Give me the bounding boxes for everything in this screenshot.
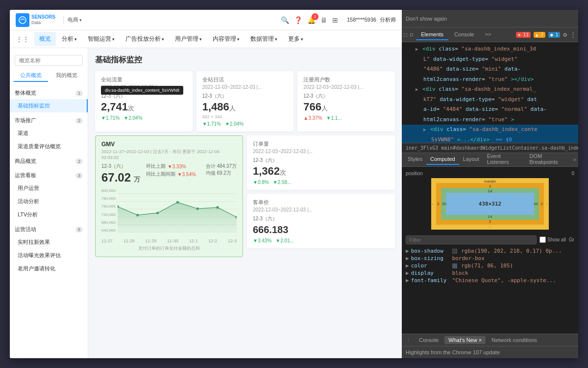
tab-layout[interactable]: Layout xyxy=(459,154,483,165)
grid-icon[interactable]: ⊞ xyxy=(332,16,338,24)
metric-dimension-label: 482 × 344 xyxy=(202,114,288,119)
nav-item-ads[interactable]: 广告投放分析 ▾ xyxy=(121,32,169,46)
devtools-status-icons: ⊗ 13 ▲ 7 ● 1 ⚙ ⋮ xyxy=(516,31,576,38)
sidebar-item-basic-metrics[interactable]: 基础指标监控 xyxy=(10,99,88,112)
section-label: 运营活动 xyxy=(15,226,36,233)
metric-compare-dau: ▼1.71% ▼2.04% xyxy=(202,121,288,127)
styles-computed-tabs: Styles Computed Layout Event Listeners D… xyxy=(402,153,578,167)
svg-point-9 xyxy=(156,211,159,214)
html-line-5: ▶ <div class= "sa-dashb_index_normal_ xyxy=(402,84,578,95)
nav-item-data-mgmt[interactable]: 数据管理 ▾ xyxy=(245,32,282,46)
nav-item-smart-ops[interactable]: 智能运营 ▾ xyxy=(83,32,120,46)
settings-icon[interactable]: ⚙ xyxy=(563,31,567,38)
bottom-tab-console[interactable]: Console xyxy=(415,336,442,344)
box-margin: margin - - 2 2 xyxy=(431,178,549,230)
sidebar-section-header-products[interactable]: 商品概览 2 xyxy=(10,155,88,167)
html-line-8: html2canvas-render= "true" > xyxy=(402,115,578,125)
logo-text: SENSORS Data xyxy=(31,14,55,26)
section-count: 1 xyxy=(75,90,83,96)
monitor-icon[interactable]: 🖥 xyxy=(320,16,327,24)
html-line-9[interactable]: ▶ <div class= "sa-dashb_index_conte xyxy=(402,125,578,135)
menu-icon[interactable]: ⋮⋮ xyxy=(16,35,29,43)
sidebar-item-exposure[interactable]: 活动曝光效果评估 xyxy=(10,249,88,262)
devtools-tabs: ⬚ ◻ Elements Console >> ⊗ 13 ▲ 7 ● 1 ⚙ xyxy=(402,27,578,42)
nav-item-content[interactable]: 内容管理 ▾ xyxy=(208,32,245,46)
bottom-tab-network-conditions[interactable]: Network conditions xyxy=(488,336,541,344)
tab-console[interactable]: Console xyxy=(449,29,479,40)
show-all-checkbox[interactable] xyxy=(539,237,546,243)
help-icon[interactable]: ❓ xyxy=(294,16,302,24)
html-line-3: "4486" data-size= "mini" data- xyxy=(402,64,578,75)
tab-styles[interactable]: Styles xyxy=(404,154,426,165)
tab-event-listeners[interactable]: Event Listeners xyxy=(483,151,526,168)
sidebar-section-header-activities[interactable]: 运营活动 5 xyxy=(10,223,88,236)
metric-card-traffic: 全站流量 2022-12-03~2022-12-03 |... 12-3（六） … xyxy=(95,71,193,131)
more-options-icon[interactable]: ⋮ xyxy=(570,31,576,38)
prop-expand-icon[interactable]: ▶ xyxy=(406,270,409,276)
devtools-panel: Don't show again ⬚ ◻ Elements Console >>… xyxy=(402,10,578,358)
chrome-update-text: Highlights from the Chrome 107 update xyxy=(402,346,578,358)
nav-item-overview[interactable]: 概览 xyxy=(34,32,56,46)
metric-change-traffic-1: ▼1.71% xyxy=(101,115,120,121)
box-model-position-label: position 0 xyxy=(406,171,574,176)
sidebar-section-products: 商品概览 2 xyxy=(10,154,88,168)
tab-elements[interactable]: Elements xyxy=(416,29,448,40)
sidebar-item-channel-quality[interactable]: 渠道质量评估概览 xyxy=(10,140,88,153)
svg-point-0 xyxy=(19,17,26,24)
main-content: 基础指标监控 全站流量 2022-12-03~2022-12-03 |... 1… xyxy=(88,48,402,358)
chevron-down-icon: ▾ xyxy=(275,37,277,42)
sidebar-item-invite[interactable]: 老用户邀请转化 xyxy=(10,262,88,275)
nav-item-users[interactable]: 用户管理 ▾ xyxy=(170,32,207,46)
sidebar-section-overview: 整体概览 1 基础指标监控 xyxy=(10,86,88,113)
bottom-tab-whats-new[interactable]: What's New × xyxy=(444,336,486,344)
prop-expand-icon[interactable]: ▶ xyxy=(406,263,409,269)
devtools-cursor-icon[interactable]: ⬚ xyxy=(404,31,407,38)
prop-expand-icon[interactable]: ▶ xyxy=(406,277,409,284)
prop-expand-icon[interactable]: ▶ xyxy=(406,255,409,262)
logo-area: SENSORS Data xyxy=(16,13,55,27)
tab-more[interactable]: >> xyxy=(480,29,496,40)
chevron-down-icon: ▾ xyxy=(237,37,240,42)
chevron-down-icon: ▾ xyxy=(301,37,303,42)
user-info: 158****5936 分析师 xyxy=(347,16,396,24)
html-line-10[interactable]: 5sVWN8" >...</div> == $0 xyxy=(402,135,578,143)
sidebar-section-header-overview[interactable]: 整体概览 1 xyxy=(10,87,88,99)
sidebar-item-realtime[interactable]: 实时拉新效果 xyxy=(10,236,88,249)
sidebar-tab-public[interactable]: 公共概览 xyxy=(14,70,48,82)
gmv-chart-title: GMV xyxy=(101,141,237,148)
sidebar-section-header-marketing[interactable]: 市场推广 2 xyxy=(10,114,88,127)
devtools-bottom: ⋮ Console What's New × Network condition… xyxy=(402,334,578,358)
sidebar-section-header-ops[interactable]: 运营看板 3 xyxy=(10,169,88,182)
css-filter-input[interactable] xyxy=(406,236,537,244)
sidebar-tabs: 公共概览 我的概览 xyxy=(10,70,88,82)
nav-item-more[interactable]: 更多 ▾ xyxy=(283,32,308,46)
devtools-toolbar: Don't show again xyxy=(402,10,578,27)
sidebar-section-activities: 运营活动 5 实时拉新效果 活动曝光效果评估 老用户邀请转化 xyxy=(10,222,88,276)
more-tabs-icon[interactable]: > xyxy=(573,157,576,163)
tab-computed[interactable]: Computed xyxy=(426,154,459,165)
box-border: 2 2 2 14 xyxy=(436,183,544,225)
search-icon[interactable]: 🔍 xyxy=(281,16,289,24)
notification-bell[interactable]: 🔔 2 xyxy=(307,16,316,24)
sidebar-search-area xyxy=(10,53,88,70)
tab-dom-breakpoints[interactable]: DOM Breakpoints xyxy=(525,151,573,168)
metric-value-traffic: 2,741次 xyxy=(101,101,187,113)
nav-item-analysis[interactable]: 分析 ▾ xyxy=(57,32,82,46)
sidebar-search-input[interactable] xyxy=(15,55,83,66)
ecommerce-tag[interactable]: 电商 ▾ xyxy=(63,16,82,24)
prop-expand-icon[interactable]: ▶ xyxy=(406,248,409,254)
sidebar-item-channel[interactable]: 渠道 xyxy=(10,127,88,140)
sidebar-item-ltv[interactable]: LTV分析 xyxy=(10,208,88,221)
metric-day-dau: 12-3（六） xyxy=(202,93,288,100)
bottom-more-icon[interactable]: ⋮ xyxy=(406,337,411,343)
sidebar-item-activity-analysis[interactable]: 活动分析 xyxy=(10,195,88,208)
devtools-select-icon[interactable]: ◻ xyxy=(410,31,414,38)
error-count: ⊗ 13 xyxy=(516,32,531,38)
section-count: 5 xyxy=(75,227,83,233)
sidebar-tab-my[interactable]: 我的概览 xyxy=(50,70,84,82)
metric-card-dau: 全站日活 2022-12-03~2022-12-03 |... 12-3（六） … xyxy=(196,71,294,131)
css-prop-color: ▶ color rgb(71, 86, 105) xyxy=(406,262,574,269)
sidebar-item-user-ops[interactable]: 用户运营 xyxy=(10,182,88,195)
section-label: 整体概览 xyxy=(15,89,36,97)
section-label: 运营看板 xyxy=(15,172,36,179)
